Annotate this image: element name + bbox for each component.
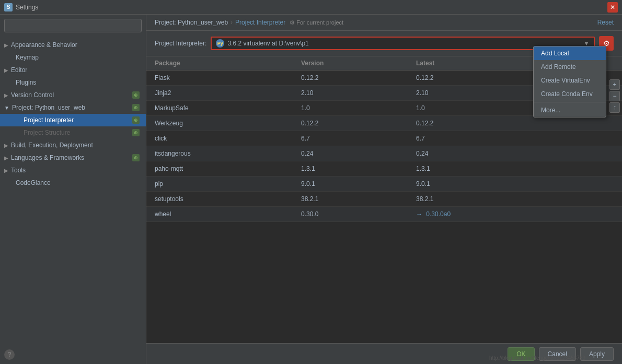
sidebar-item-plugins[interactable]: Plugins (0, 76, 146, 89)
sidebar-item-appearance[interactable]: ▶ Appearance & Behavior (0, 39, 146, 51)
sidebar-item-tools[interactable]: ▶ Tools (0, 164, 146, 177)
pkg-latest: 0.24 (416, 150, 614, 157)
menu-item-more[interactable]: More... (534, 103, 606, 117)
sidebar-item-label: Appearance & Behavior (11, 41, 77, 49)
sidebar-item-label: Tools (11, 167, 26, 174)
sidebar-item-version-control[interactable]: ▶ Version Control ⊕ (0, 89, 146, 101)
bottom-bar: OK Cancel Apply (146, 343, 622, 364)
pkg-latest: 9.0.1 (416, 180, 614, 187)
pkg-version: 0.24 (301, 150, 416, 157)
content-header: Project: Python_user_web › Project Inter… (146, 15, 622, 31)
content-area: Project: Python_user_web › Project Inter… (146, 15, 622, 364)
title-bar: S Settings ✕ (0, 0, 622, 15)
pkg-version: 1.0 (301, 104, 416, 112)
sidebar-item-project-structure[interactable]: Project Structure ⊕ (0, 126, 146, 139)
pkg-name: itsdangerous (155, 150, 301, 157)
menu-item-add-local[interactable]: Add Local (534, 46, 606, 60)
table-row[interactable]: paho-mqtt 1.3.1 1.3.1 (146, 161, 622, 177)
expand-arrow: ▶ (4, 155, 8, 161)
pkg-name: Werkzeug (155, 120, 301, 127)
version-control-badge: ⊕ (132, 91, 140, 99)
sidebar-item-label: Version Control (11, 91, 54, 99)
pkg-latest: 0.12.2 (416, 120, 614, 127)
table-row[interactable]: setuptools 38.2.1 38.2.1 (146, 192, 622, 207)
pkg-version: 6.7 (301, 135, 416, 142)
expand-arrow: ▶ (4, 92, 8, 98)
right-controls: + − ↑ (607, 77, 622, 115)
sidebar-item-project[interactable]: ▼ Project: Python_user_web ⊕ (0, 101, 146, 114)
menu-item-create-virtualenv[interactable]: Create VirtualEnv (534, 74, 606, 87)
reset-button[interactable]: Reset (597, 19, 614, 26)
interpreter-row: Project Interpreter: Py 3.6.2 virtualenv… (146, 31, 622, 56)
pkg-name: pip (155, 180, 301, 187)
pkg-name: Jinja2 (155, 89, 301, 97)
pkg-latest: 1.3.1 (416, 165, 614, 172)
pkg-version: 0.12.2 (301, 120, 416, 127)
sidebar-item-keymap[interactable]: Keymap (0, 51, 146, 64)
sidebar-item-codeglance[interactable]: CodeGlance (0, 177, 146, 189)
menu-item-add-remote[interactable]: Add Remote (534, 60, 606, 74)
pkg-version: 9.0.1 (301, 180, 416, 187)
pkg-version: 2.10 (301, 89, 416, 97)
sidebar-item-label: Editor (11, 66, 27, 74)
sidebar-item-project-interpreter[interactable]: Project Interpreter ⊕ (0, 114, 146, 126)
remove-package-button[interactable]: − (609, 91, 620, 101)
pkg-version: 38.2.1 (301, 195, 416, 203)
interpreter-dropdown-menu: Add Local Add Remote Create VirtualEnv C… (533, 46, 606, 118)
sidebar-item-label: Project Interpreter (24, 116, 74, 124)
expand-arrow: ▶ (4, 42, 8, 48)
sidebar: ▶ Appearance & Behavior Keymap ▶ Editor … (0, 15, 146, 364)
col-package: Package (155, 60, 301, 67)
app-icon: S (4, 3, 13, 11)
sidebar-item-languages[interactable]: ▶ Languages & Frameworks ⊕ (0, 151, 146, 164)
window-title: Settings (16, 4, 38, 11)
col-version: Version (301, 60, 416, 67)
python-icon: Py (216, 39, 224, 48)
close-button[interactable]: ✕ (607, 2, 618, 13)
table-row[interactable]: click 6.7 6.7 (146, 131, 622, 146)
sidebar-item-build-execution[interactable]: ▶ Build, Execution, Deployment (0, 139, 146, 151)
pkg-version: 0.30.0 (301, 210, 416, 218)
table-row[interactable]: itsdangerous 0.24 0.24 (146, 146, 622, 161)
breadcrumb: Project: Python_user_web › Project Inter… (155, 19, 343, 26)
breadcrumb-project: Project: Python_user_web (155, 19, 228, 26)
pkg-version: 0.12.2 (301, 74, 416, 81)
menu-item-create-conda[interactable]: Create Conda Env (534, 87, 606, 101)
breadcrumb-note: ⚙ For current project (290, 19, 343, 26)
pkg-latest: 38.2.1 (416, 195, 614, 203)
sidebar-item-label: Keymap (16, 54, 39, 61)
table-row[interactable]: wheel 0.30.0 → 0.30.0a0 (146, 207, 622, 222)
sidebar-item-label: CodeGlance (16, 179, 51, 186)
table-row[interactable]: pip 9.0.1 9.0.1 (146, 177, 622, 192)
pkg-name: MarkupSafe (155, 104, 301, 112)
sidebar-item-editor[interactable]: ▶ Editor (0, 64, 146, 76)
pkg-name: wheel (155, 210, 301, 218)
interpreter-value: 3.6.2 virtualenv at D:\venv\p1 (227, 40, 308, 47)
pkg-version: 1.3.1 (301, 165, 416, 172)
breadcrumb-separator: › (231, 19, 233, 26)
project-badge: ⊕ (132, 104, 140, 111)
search-input[interactable] (9, 22, 137, 29)
search-box[interactable] (4, 19, 142, 32)
pkg-name: paho-mqtt (155, 165, 301, 172)
sidebar-items: ▶ Appearance & Behavior Keymap ▶ Editor … (0, 37, 146, 364)
upgrade-package-button[interactable]: ↑ (609, 102, 620, 113)
update-arrow: → (416, 210, 422, 218)
update-version: 0.30.0a0 (426, 210, 451, 218)
expand-arrow: ▼ (4, 105, 9, 111)
help-icon[interactable]: ? (4, 349, 15, 360)
sidebar-item-label: Build, Execution, Deployment (11, 142, 93, 149)
structure-badge: ⊕ (132, 129, 140, 136)
sidebar-item-label: Plugins (16, 79, 36, 86)
menu-divider (534, 102, 606, 102)
pkg-name: click (155, 135, 301, 142)
languages-badge: ⊕ (132, 154, 140, 161)
pkg-name: setuptools (155, 195, 301, 203)
expand-arrow: ▶ (4, 67, 8, 73)
interpreter-badge: ⊕ (132, 116, 140, 124)
pkg-name: Flask (155, 74, 301, 81)
expand-arrow: ▶ (4, 168, 8, 173)
table-row[interactable]: Werkzeug 0.12.2 0.12.2 (146, 116, 622, 131)
add-package-button[interactable]: + (609, 79, 620, 90)
expand-arrow: ▶ (4, 143, 8, 148)
